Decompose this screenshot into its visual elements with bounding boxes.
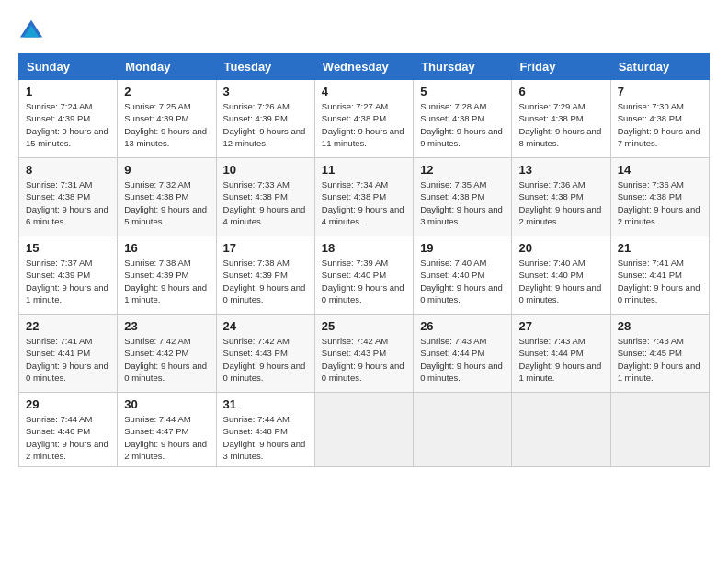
calendar-cell: 24 Sunrise: 7:42 AM Sunset: 4:43 PM Dayl… bbox=[216, 315, 314, 393]
calendar-cell: 22 Sunrise: 7:41 AM Sunset: 4:41 PM Dayl… bbox=[19, 315, 118, 393]
day-info: Sunrise: 7:29 AM Sunset: 4:38 PM Dayligh… bbox=[518, 100, 603, 149]
day-info: Sunrise: 7:36 AM Sunset: 4:38 PM Dayligh… bbox=[618, 178, 702, 227]
calendar-cell: 29 Sunrise: 7:44 AM Sunset: 4:46 PM Dayl… bbox=[19, 393, 118, 467]
day-number: 20 bbox=[518, 241, 603, 255]
day-info: Sunrise: 7:32 AM Sunset: 4:38 PM Dayligh… bbox=[124, 178, 209, 227]
header bbox=[18, 18, 710, 44]
calendar-cell: 25 Sunrise: 7:42 AM Sunset: 4:43 PM Dayl… bbox=[314, 315, 413, 393]
day-number: 22 bbox=[26, 319, 110, 333]
day-number: 13 bbox=[518, 163, 603, 177]
calendar-week-row: 22 Sunrise: 7:41 AM Sunset: 4:41 PM Dayl… bbox=[19, 315, 710, 393]
day-number: 17 bbox=[223, 241, 308, 255]
calendar-cell: 31 Sunrise: 7:44 AM Sunset: 4:48 PM Dayl… bbox=[216, 393, 314, 467]
calendar-cell: 26 Sunrise: 7:43 AM Sunset: 4:44 PM Dayl… bbox=[414, 315, 512, 393]
day-number: 12 bbox=[420, 163, 505, 177]
calendar-cell: 28 Sunrise: 7:43 AM Sunset: 4:45 PM Dayl… bbox=[610, 315, 709, 393]
day-info: Sunrise: 7:44 AM Sunset: 4:47 PM Dayligh… bbox=[124, 413, 209, 462]
calendar-cell: 7 Sunrise: 7:30 AM Sunset: 4:38 PM Dayli… bbox=[610, 80, 709, 158]
col-header-monday: Monday bbox=[118, 54, 216, 80]
col-header-wednesday: Wednesday bbox=[314, 54, 413, 80]
calendar-cell: 19 Sunrise: 7:40 AM Sunset: 4:40 PM Dayl… bbox=[414, 236, 512, 315]
day-info: Sunrise: 7:38 AM Sunset: 4:39 PM Dayligh… bbox=[223, 257, 308, 305]
day-info: Sunrise: 7:36 AM Sunset: 4:38 PM Dayligh… bbox=[518, 178, 603, 227]
day-number: 19 bbox=[420, 241, 505, 255]
calendar-cell: 2 Sunrise: 7:25 AM Sunset: 4:39 PM Dayli… bbox=[118, 80, 216, 158]
day-number: 10 bbox=[223, 163, 308, 177]
day-number: 4 bbox=[322, 85, 406, 98]
calendar-cell: 13 Sunrise: 7:36 AM Sunset: 4:38 PM Dayl… bbox=[512, 158, 610, 236]
calendar-cell: 3 Sunrise: 7:26 AM Sunset: 4:39 PM Dayli… bbox=[216, 80, 314, 158]
calendar-cell: 21 Sunrise: 7:41 AM Sunset: 4:41 PM Dayl… bbox=[610, 236, 709, 315]
day-number: 11 bbox=[322, 163, 406, 177]
calendar-cell: 30 Sunrise: 7:44 AM Sunset: 4:47 PM Dayl… bbox=[118, 393, 216, 467]
day-number: 7 bbox=[618, 85, 702, 98]
day-info: Sunrise: 7:44 AM Sunset: 4:46 PM Dayligh… bbox=[26, 413, 110, 462]
day-number: 21 bbox=[618, 241, 702, 255]
day-info: Sunrise: 7:40 AM Sunset: 4:40 PM Dayligh… bbox=[420, 257, 505, 305]
calendar-cell: 12 Sunrise: 7:35 AM Sunset: 4:38 PM Dayl… bbox=[414, 158, 512, 236]
calendar-cell: 1 Sunrise: 7:24 AM Sunset: 4:39 PM Dayli… bbox=[19, 80, 118, 158]
day-info: Sunrise: 7:42 AM Sunset: 4:43 PM Dayligh… bbox=[223, 335, 308, 384]
calendar-cell: 23 Sunrise: 7:42 AM Sunset: 4:42 PM Dayl… bbox=[118, 315, 216, 393]
day-info: Sunrise: 7:42 AM Sunset: 4:42 PM Dayligh… bbox=[124, 335, 209, 384]
day-number: 28 bbox=[618, 319, 702, 333]
calendar-cell: 11 Sunrise: 7:34 AM Sunset: 4:38 PM Dayl… bbox=[314, 158, 413, 236]
day-number: 29 bbox=[26, 397, 110, 411]
calendar-cell: 14 Sunrise: 7:36 AM Sunset: 4:38 PM Dayl… bbox=[610, 158, 709, 236]
day-number: 16 bbox=[124, 241, 209, 255]
day-info: Sunrise: 7:26 AM Sunset: 4:39 PM Dayligh… bbox=[223, 100, 308, 149]
calendar-cell bbox=[512, 393, 610, 467]
day-number: 5 bbox=[420, 85, 505, 98]
day-number: 24 bbox=[223, 319, 308, 333]
day-info: Sunrise: 7:38 AM Sunset: 4:39 PM Dayligh… bbox=[124, 257, 209, 305]
calendar-cell bbox=[610, 393, 709, 467]
day-info: Sunrise: 7:37 AM Sunset: 4:39 PM Dayligh… bbox=[26, 257, 110, 305]
day-info: Sunrise: 7:41 AM Sunset: 4:41 PM Dayligh… bbox=[618, 257, 702, 305]
day-info: Sunrise: 7:27 AM Sunset: 4:38 PM Dayligh… bbox=[322, 100, 406, 149]
col-header-thursday: Thursday bbox=[414, 54, 512, 80]
logo-icon bbox=[18, 18, 44, 44]
day-number: 3 bbox=[223, 85, 308, 98]
col-header-sunday: Sunday bbox=[19, 54, 118, 80]
day-number: 23 bbox=[124, 319, 209, 333]
day-info: Sunrise: 7:25 AM Sunset: 4:39 PM Dayligh… bbox=[124, 100, 209, 149]
calendar-cell: 27 Sunrise: 7:43 AM Sunset: 4:44 PM Dayl… bbox=[512, 315, 610, 393]
day-info: Sunrise: 7:40 AM Sunset: 4:40 PM Dayligh… bbox=[518, 257, 603, 305]
day-number: 14 bbox=[618, 163, 702, 177]
day-info: Sunrise: 7:35 AM Sunset: 4:38 PM Dayligh… bbox=[420, 178, 505, 227]
calendar-cell bbox=[414, 393, 512, 467]
day-info: Sunrise: 7:43 AM Sunset: 4:44 PM Dayligh… bbox=[518, 335, 603, 384]
calendar-cell: 16 Sunrise: 7:38 AM Sunset: 4:39 PM Dayl… bbox=[118, 236, 216, 315]
day-number: 8 bbox=[26, 163, 110, 177]
col-header-saturday: Saturday bbox=[610, 54, 709, 80]
col-header-tuesday: Tuesday bbox=[216, 54, 314, 80]
calendar-cell: 18 Sunrise: 7:39 AM Sunset: 4:40 PM Dayl… bbox=[314, 236, 413, 315]
calendar-week-row: 8 Sunrise: 7:31 AM Sunset: 4:38 PM Dayli… bbox=[19, 158, 710, 236]
col-header-friday: Friday bbox=[512, 54, 610, 80]
day-number: 26 bbox=[420, 319, 505, 333]
calendar-cell: 9 Sunrise: 7:32 AM Sunset: 4:38 PM Dayli… bbox=[118, 158, 216, 236]
calendar-week-row: 29 Sunrise: 7:44 AM Sunset: 4:46 PM Dayl… bbox=[19, 393, 710, 467]
day-info: Sunrise: 7:44 AM Sunset: 4:48 PM Dayligh… bbox=[223, 413, 308, 462]
calendar-cell: 10 Sunrise: 7:33 AM Sunset: 4:38 PM Dayl… bbox=[216, 158, 314, 236]
day-number: 27 bbox=[518, 319, 603, 333]
day-info: Sunrise: 7:43 AM Sunset: 4:45 PM Dayligh… bbox=[618, 335, 702, 384]
day-info: Sunrise: 7:28 AM Sunset: 4:38 PM Dayligh… bbox=[420, 100, 505, 149]
day-number: 15 bbox=[26, 241, 110, 255]
calendar-week-row: 1 Sunrise: 7:24 AM Sunset: 4:39 PM Dayli… bbox=[19, 80, 710, 158]
day-info: Sunrise: 7:31 AM Sunset: 4:38 PM Dayligh… bbox=[26, 178, 110, 227]
calendar-cell: 4 Sunrise: 7:27 AM Sunset: 4:38 PM Dayli… bbox=[314, 80, 413, 158]
day-number: 6 bbox=[518, 85, 603, 98]
calendar-cell: 6 Sunrise: 7:29 AM Sunset: 4:38 PM Dayli… bbox=[512, 80, 610, 158]
day-number: 25 bbox=[322, 319, 406, 333]
calendar-cell: 5 Sunrise: 7:28 AM Sunset: 4:38 PM Dayli… bbox=[414, 80, 512, 158]
day-number: 18 bbox=[322, 241, 406, 255]
day-number: 30 bbox=[124, 397, 209, 411]
calendar-cell: 8 Sunrise: 7:31 AM Sunset: 4:38 PM Dayli… bbox=[19, 158, 118, 236]
day-info: Sunrise: 7:43 AM Sunset: 4:44 PM Dayligh… bbox=[420, 335, 505, 384]
day-number: 9 bbox=[124, 163, 209, 177]
day-info: Sunrise: 7:34 AM Sunset: 4:38 PM Dayligh… bbox=[322, 178, 406, 227]
logo bbox=[18, 18, 48, 44]
calendar-table: SundayMondayTuesdayWednesdayThursdayFrid… bbox=[18, 53, 710, 467]
calendar-cell bbox=[314, 393, 413, 467]
